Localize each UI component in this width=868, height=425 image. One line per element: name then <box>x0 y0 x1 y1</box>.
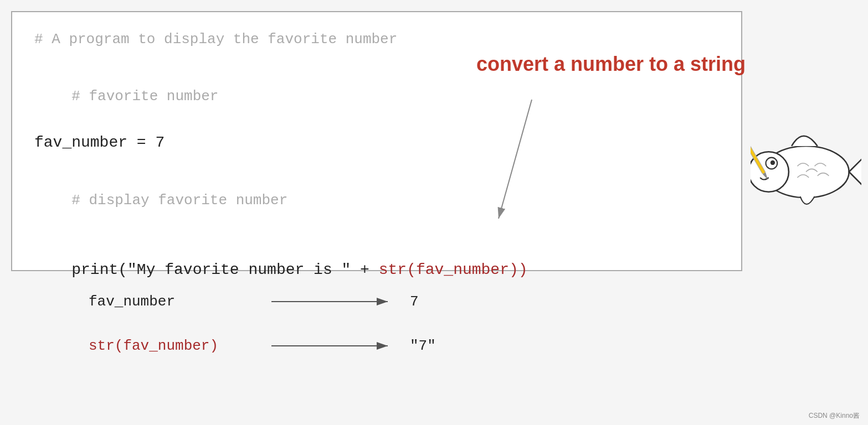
diag-arrow-1 <box>271 295 393 308</box>
diag-str-label: str(fav_number) <box>89 338 255 354</box>
svg-marker-3 <box>849 149 861 195</box>
fish-illustration <box>751 83 861 243</box>
code-print-black: print("My favorite number is " + <box>71 261 379 278</box>
code-box: # A program to display the favorite numb… <box>11 11 742 271</box>
diag-fav-number-label: fav_number <box>89 293 255 310</box>
arrow-svg-1 <box>271 295 393 308</box>
annotation-label: convert a number to a string <box>476 53 746 76</box>
diag-fav-number-value: 7 <box>410 293 419 310</box>
code-fav-number: fav_number = 7 <box>34 131 719 154</box>
code-comment-1: # A program to display the favorite numb… <box>34 29 719 50</box>
diagram-area: fav_number 7 str(fav_number) <box>0 288 868 376</box>
code-comment-2: # favorite number <box>71 88 218 105</box>
arrow-svg-2 <box>271 339 393 353</box>
diag-str-value: "7" <box>410 338 436 354</box>
diagram-row-1: fav_number 7 <box>89 288 868 315</box>
diagram-row-2: str(fav_number) "7" <box>89 332 868 360</box>
code-comment-3: # display favorite number <box>71 192 287 209</box>
svg-point-6 <box>771 160 775 165</box>
diag-arrow-2 <box>271 339 393 353</box>
watermark: CSDN @Kinno酱 <box>809 411 860 421</box>
code-print-red: str(fav_number)) <box>379 261 528 278</box>
